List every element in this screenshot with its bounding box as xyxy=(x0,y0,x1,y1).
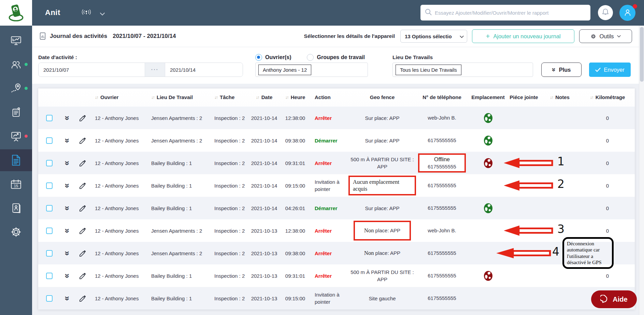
expand-row-icon[interactable]: » xyxy=(63,228,72,233)
worksite-chip[interactable]: Tous les Lieu De Travails xyxy=(396,65,461,75)
app-logo[interactable] xyxy=(0,0,32,26)
sidebar-item-dashboard[interactable] xyxy=(0,30,32,52)
calendar-icon: 15 xyxy=(10,178,23,190)
expand-row-icon[interactable]: » xyxy=(63,206,72,210)
edit-icon[interactable] xyxy=(79,295,87,302)
sort-icon[interactable]: ↓↑ xyxy=(214,95,217,100)
worksite-select-input[interactable]: Tous les Lieu De Travails xyxy=(392,63,533,77)
report-document-icon xyxy=(39,32,46,40)
edit-icon[interactable] xyxy=(79,159,87,167)
worker-cell: 12 - Anthony Jones xyxy=(90,137,146,144)
row-checkbox[interactable] xyxy=(46,250,53,257)
expand-row-icon[interactable]: » xyxy=(63,251,72,256)
options-select-value: 13 Options sélectio xyxy=(405,33,461,39)
sidebar-item-notes[interactable] xyxy=(0,101,32,123)
sort-icon[interactable]: ↓↑ xyxy=(95,95,98,100)
table-row: »12 - Anthony JonesBailey Building : 1In… xyxy=(38,287,635,310)
column-header-label: Date xyxy=(261,94,273,101)
options-select[interactable]: 13 Options sélectio xyxy=(400,30,467,43)
edit-icon[interactable] xyxy=(79,272,87,280)
notifications-button[interactable] xyxy=(598,5,613,20)
globe-icon[interactable] xyxy=(484,203,493,214)
edit-icon[interactable] xyxy=(79,182,87,190)
scrollbar-thumb[interactable] xyxy=(640,27,644,82)
column-header-label: Piéce jointe xyxy=(510,94,538,101)
workgroups-radio[interactable] xyxy=(307,54,314,61)
filters-panel: Date d'activité : ··· Ouvrier(s) Groupes… xyxy=(32,47,639,84)
worksite-cell: Bailey Building : 1 xyxy=(146,182,210,189)
sidebar-item-settings[interactable] xyxy=(0,221,32,243)
tracking-icon[interactable] xyxy=(81,8,91,19)
row-checkbox[interactable] xyxy=(46,182,53,189)
globe-icon[interactable] xyxy=(484,271,493,281)
column-header: ↓↑Date xyxy=(248,94,281,101)
workers-radio[interactable] xyxy=(255,54,262,61)
sidebar-item-map[interactable] xyxy=(0,78,32,99)
globe-icon[interactable] xyxy=(484,158,493,168)
vertical-scrollbar[interactable] xyxy=(639,26,644,315)
row-checkbox[interactable] xyxy=(46,295,53,302)
notes-icon xyxy=(10,106,23,119)
sidebar-item-handbook[interactable] xyxy=(0,197,32,219)
edit-icon[interactable] xyxy=(79,227,87,235)
sidebar-item-board[interactable] xyxy=(0,125,32,147)
sidebar-item-users[interactable] xyxy=(0,54,32,76)
expand-row-icon[interactable]: » xyxy=(63,183,72,188)
sidebar-item-journal[interactable] xyxy=(0,149,32,171)
phone-cell: web-John B. xyxy=(416,227,468,234)
tools-button[interactable]: Outils xyxy=(579,29,632,43)
expand-row-icon[interactable]: » xyxy=(63,115,72,120)
tools-label: Outils xyxy=(599,33,614,40)
edit-icon[interactable] xyxy=(79,114,87,122)
row-checkbox[interactable] xyxy=(46,115,53,121)
expand-row-icon[interactable]: » xyxy=(63,273,72,278)
edit-icon[interactable] xyxy=(79,249,87,257)
sort-icon[interactable]: ↓↑ xyxy=(151,95,154,100)
expand-row-icon[interactable]: » xyxy=(63,138,72,143)
expand-row-icon[interactable]: » xyxy=(63,296,72,301)
submit-button[interactable]: Envoyer xyxy=(589,63,631,77)
worker-cell: 12 - Anthony Jones xyxy=(90,205,146,212)
row-checkbox[interactable] xyxy=(46,228,53,234)
task-cell: Inspection : 2 xyxy=(210,182,248,189)
edit-icon[interactable] xyxy=(79,204,87,212)
dashboard-icon xyxy=(10,35,23,47)
row-checkbox[interactable] xyxy=(46,160,53,166)
chevron-down-icon xyxy=(617,35,621,38)
notification-dot xyxy=(25,87,28,90)
sort-icon[interactable]: ↓↑ xyxy=(590,95,593,100)
sort-icon[interactable]: ↓↑ xyxy=(550,95,553,100)
date-range-separator[interactable]: ··· xyxy=(145,63,165,77)
geofence-cell: Site gauche xyxy=(348,295,416,302)
plus-icon: + xyxy=(486,32,490,40)
notification-dot xyxy=(25,63,28,66)
row-checkbox[interactable] xyxy=(46,205,53,211)
annotation-red-box: Offline6175555555 xyxy=(418,153,466,173)
more-filters-button[interactable]: » Plus xyxy=(541,63,582,77)
add-journal-button[interactable]: + Ajouter un nouveau journal xyxy=(472,29,574,43)
date-from-input[interactable] xyxy=(39,63,145,77)
edit-icon[interactable] xyxy=(79,137,87,145)
date-cell: 2021-10-13 xyxy=(248,295,281,302)
mileage-cell: 0 xyxy=(580,137,635,144)
worker-chip[interactable]: Anthony Jones - 12 xyxy=(258,65,311,75)
search-input[interactable] xyxy=(435,10,586,16)
expand-row-icon[interactable]: » xyxy=(63,161,72,165)
location-cell xyxy=(468,135,509,146)
annotation-arrow-number: 2 xyxy=(557,177,564,191)
row-checkbox[interactable] xyxy=(46,137,53,144)
row-checkbox[interactable] xyxy=(46,273,53,279)
brand-chevron-down-icon[interactable] xyxy=(100,11,105,17)
date-to-input[interactable] xyxy=(165,63,243,77)
globe-icon[interactable] xyxy=(484,113,493,123)
journal-icon xyxy=(10,154,23,167)
column-header-label: Heure xyxy=(291,94,305,101)
sort-icon[interactable]: ↓↑ xyxy=(256,95,259,100)
sidebar-item-calendar[interactable]: 15 xyxy=(0,173,32,195)
annotation-arrow-number: 3 xyxy=(557,222,564,236)
annotation-red-box: Aucun emplacement acquis xyxy=(348,176,416,195)
help-button[interactable]: Aide xyxy=(591,290,637,308)
sort-icon[interactable]: ↓↑ xyxy=(285,95,288,100)
worker-select-input[interactable]: Anthony Jones - 12 xyxy=(255,63,368,77)
globe-icon[interactable] xyxy=(484,135,493,146)
